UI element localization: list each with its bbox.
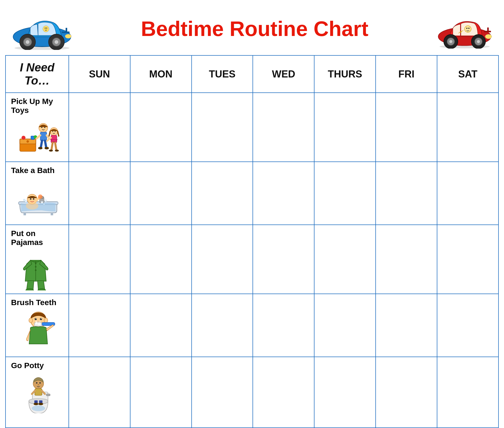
svg-point-98 — [38, 384, 39, 385]
bath-sat[interactable] — [437, 162, 498, 225]
potty-tues[interactable] — [192, 357, 253, 428]
svg-point-10 — [46, 28, 47, 29]
toys-mon[interactable] — [130, 93, 192, 162]
brush-sun[interactable] — [69, 294, 130, 357]
svg-point-77 — [44, 318, 48, 323]
potty-mon[interactable] — [130, 357, 192, 428]
potty-sat[interactable] — [437, 357, 498, 428]
task-label-bath: Take a Bath — [11, 166, 66, 175]
task-row-potty: Go Potty — [6, 357, 498, 428]
svg-point-76 — [29, 318, 33, 323]
svg-point-24 — [466, 28, 468, 29]
svg-point-80 — [36, 318, 36, 319]
svg-point-23 — [465, 26, 471, 32]
svg-line-38 — [41, 141, 42, 148]
brush-wed[interactable] — [253, 294, 314, 357]
svg-point-49 — [49, 150, 53, 152]
bath-icon — [11, 177, 66, 219]
header: Bedtime Routine Chart — [5, 5, 499, 54]
blue-car-icon — [10, 8, 74, 50]
svg-point-64 — [38, 195, 43, 199]
svg-point-7 — [65, 34, 71, 38]
bath-wed[interactable] — [253, 162, 314, 225]
svg-point-72 — [35, 263, 36, 264]
svg-rect-54 — [24, 213, 26, 215]
page-title: Bedtime Routine Chart — [74, 17, 436, 41]
svg-line-36 — [37, 135, 40, 139]
brush-icon — [11, 309, 66, 351]
svg-point-41 — [45, 147, 49, 149]
potty-fri[interactable] — [376, 357, 437, 428]
brush-fri[interactable] — [376, 294, 437, 357]
pajamas-sat[interactable] — [437, 225, 498, 294]
brush-sat[interactable] — [437, 294, 498, 357]
svg-point-18 — [449, 40, 452, 43]
svg-line-48 — [55, 143, 56, 150]
chart-table: I Need To… SUN MON TUES WED THURS FRI SA… — [5, 55, 499, 428]
day-header-wed: WED — [253, 55, 314, 93]
pajamas-wed[interactable] — [253, 225, 314, 294]
svg-point-22 — [485, 34, 492, 39]
toys-thurs[interactable] — [314, 93, 376, 162]
page: Bedtime Routine Chart — [0, 0, 504, 428]
svg-point-91 — [38, 323, 40, 325]
svg-point-31 — [22, 136, 25, 140]
svg-point-52 — [55, 131, 56, 132]
pajamas-mon[interactable] — [130, 225, 192, 294]
svg-point-30 — [27, 140, 29, 143]
toys-sun[interactable] — [69, 93, 130, 162]
bath-thurs[interactable] — [314, 162, 376, 225]
brush-mon[interactable] — [130, 294, 192, 357]
bath-fri[interactable] — [376, 162, 437, 225]
task-label-pajamas: Put on Pajamas — [11, 229, 66, 247]
svg-point-9 — [45, 28, 46, 29]
brush-tues[interactable] — [192, 294, 253, 357]
svg-point-50 — [55, 150, 59, 152]
brush-thurs[interactable] — [314, 294, 376, 357]
potty-sun[interactable] — [69, 357, 130, 428]
task-cell-potty: Go Potty — [6, 357, 69, 428]
task-label-toys: Pick Up My Toys — [11, 97, 66, 115]
task-cell-toys: Pick Up My Toys — [6, 93, 69, 162]
day-header-thurs: THURS — [314, 55, 376, 93]
svg-point-73 — [35, 266, 36, 268]
svg-point-61 — [43, 203, 45, 205]
bath-tues[interactable] — [192, 162, 253, 225]
svg-point-40 — [38, 147, 43, 149]
toys-wed[interactable] — [253, 93, 314, 162]
svg-rect-12 — [66, 28, 67, 32]
pajamas-sun[interactable] — [69, 225, 130, 294]
pajamas-thurs[interactable] — [314, 225, 376, 294]
toys-tues[interactable] — [192, 93, 253, 162]
svg-point-104 — [34, 403, 38, 405]
svg-point-51 — [52, 131, 53, 132]
svg-point-42 — [41, 127, 43, 128]
svg-point-21 — [477, 40, 480, 43]
potty-thurs[interactable] — [314, 357, 376, 428]
day-header-tues: TUES — [192, 55, 253, 93]
svg-point-96 — [36, 382, 37, 383]
day-header-fri: FRI — [376, 55, 437, 93]
svg-point-6 — [55, 40, 58, 44]
day-header-sun: SUN — [69, 55, 130, 93]
bath-sun[interactable] — [69, 162, 130, 225]
svg-point-65 — [30, 198, 32, 200]
potty-icon — [11, 372, 66, 414]
svg-point-66 — [33, 198, 35, 200]
bath-mon[interactable] — [130, 162, 192, 225]
task-cell-pajamas: Put on Pajamas — [6, 225, 69, 294]
pajamas-tues[interactable] — [192, 225, 253, 294]
task-row-pajamas: Put on Pajamas — [6, 225, 498, 294]
svg-point-3 — [26, 40, 29, 44]
svg-point-105 — [38, 403, 43, 405]
toys-icon — [11, 117, 66, 159]
svg-point-43 — [44, 127, 46, 128]
first-col-header: I Need To… — [6, 55, 69, 93]
toys-sat[interactable] — [437, 93, 498, 162]
svg-rect-99 — [35, 389, 42, 395]
task-row-toys: Pick Up My Toys — [6, 93, 498, 162]
pajamas-fri[interactable] — [376, 225, 437, 294]
potty-wed[interactable] — [253, 357, 314, 428]
toys-fri[interactable] — [376, 93, 437, 162]
table-header-row: I Need To… SUN MON TUES WED THURS FRI SA… — [6, 55, 498, 93]
